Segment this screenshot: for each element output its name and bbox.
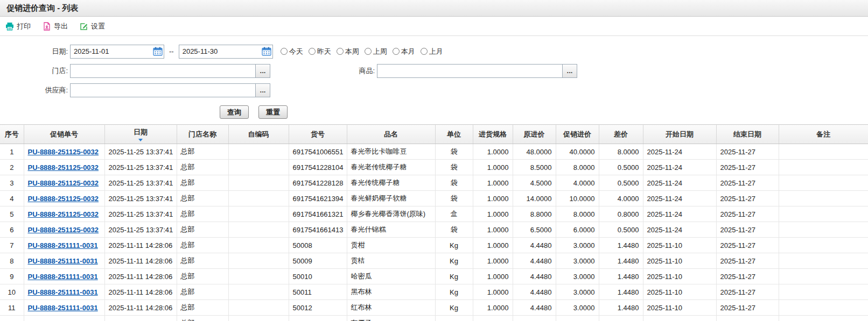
column-header-end-date[interactable]: 结束日期 xyxy=(716,125,779,144)
cell-remark xyxy=(779,284,868,300)
cell-end-date: 2025-11-27 xyxy=(716,206,779,222)
cell-self-code xyxy=(228,191,289,206)
order-number-link[interactable]: PU-8888-251125-0032 xyxy=(28,195,99,203)
order-number-link[interactable]: PU-8888-251125-0032 xyxy=(28,179,99,187)
column-header-remark[interactable]: 备注 xyxy=(779,125,868,144)
calendar-icon[interactable] xyxy=(153,47,163,58)
radio-button[interactable] xyxy=(281,48,288,55)
table-row: 3PU-8888-251125-00322025-11-25 13:37:41总… xyxy=(0,175,868,191)
date-to-input[interactable] xyxy=(179,45,273,59)
order-number-link[interactable]: PU-8888-251111-0031 xyxy=(28,241,98,249)
order-number-link[interactable]: PU-8888-251125-0032 xyxy=(28,210,99,218)
cell-self-code xyxy=(228,222,289,238)
cell-start-date: 2025-11-24 xyxy=(643,206,716,222)
table-row: 9PU-8888-251111-00312025-11-11 14:28:06总… xyxy=(0,269,868,284)
cell-product-name: 春光传统椰子糖 xyxy=(347,175,435,191)
order-number-link[interactable]: PU-8888-251104-0030 xyxy=(28,319,99,321)
column-header-promo-price[interactable]: 促销进价 xyxy=(556,125,599,144)
cell-start-date: 2025-11-10 xyxy=(643,253,716,269)
column-header-label: 品名 xyxy=(384,130,398,138)
column-header-product-name[interactable]: 品名 xyxy=(347,125,435,144)
product-input[interactable] xyxy=(377,64,563,78)
product-picker-button[interactable]: ... xyxy=(563,64,577,78)
column-header-item-no[interactable]: 货号 xyxy=(289,125,347,144)
cell-seq: 9 xyxy=(0,269,24,284)
cell-diff: 1.4480 xyxy=(599,238,643,253)
order-number-link[interactable]: PU-8888-251125-0032 xyxy=(28,148,99,156)
column-header-label: 差价 xyxy=(614,130,628,138)
quick-range-option[interactable]: 上周 xyxy=(365,47,387,56)
toolbar: 打印 导出 设置 xyxy=(0,17,868,36)
reset-button[interactable]: 重置 xyxy=(258,105,288,119)
column-header-order-no[interactable]: 促销单号 xyxy=(24,125,104,144)
cell-order-no: PU-8888-251104-0030 xyxy=(24,316,104,321)
page-title-bar: 促销进价查询 - 列表 xyxy=(0,0,868,17)
settings-button[interactable]: 设置 xyxy=(80,22,105,31)
order-number-link[interactable]: PU-8888-251111-0031 xyxy=(28,288,98,296)
cell-promo-price: 5.0000 xyxy=(556,316,599,321)
cell-diff: 1.4480 xyxy=(599,269,643,284)
column-header-unit[interactable]: 单位 xyxy=(435,125,473,144)
radio-button[interactable] xyxy=(365,48,372,55)
cell-store: 总部 xyxy=(177,269,228,284)
column-header-datetime[interactable]: 日期 xyxy=(104,125,177,144)
order-number-link[interactable]: PU-8888-251111-0031 xyxy=(28,304,98,312)
cell-order-no: PU-8888-251111-0031 xyxy=(24,253,104,269)
cell-self-code xyxy=(228,269,289,284)
search-button[interactable]: 查询 xyxy=(220,105,249,119)
column-header-self-code[interactable]: 自编码 xyxy=(228,125,289,144)
cell-order-no: PU-8888-251125-0032 xyxy=(24,160,104,175)
quick-range-option[interactable]: 上月 xyxy=(421,47,443,56)
column-header-diff[interactable]: 差价 xyxy=(599,125,643,144)
radio-button[interactable] xyxy=(393,48,400,55)
table-row: 12PU-8888-251104-00302025-11-04 16:06:12… xyxy=(0,316,868,321)
cell-datetime: 2025-11-11 14:28:06 xyxy=(104,238,177,253)
quick-range-option[interactable]: 本月 xyxy=(393,47,415,56)
cell-start-date: 2025-11-10 xyxy=(643,284,716,300)
column-header-orig-price[interactable]: 原进价 xyxy=(513,125,556,144)
supplier-input[interactable] xyxy=(70,83,256,97)
date-from-input[interactable] xyxy=(70,45,164,59)
cell-store: 总部 xyxy=(177,160,228,175)
quick-range-option[interactable]: 今天 xyxy=(281,47,303,56)
order-number-link[interactable]: PU-8888-251125-0032 xyxy=(28,226,99,234)
cell-item-no: 50010 xyxy=(289,269,347,284)
supplier-picker-button[interactable]: ... xyxy=(256,83,270,97)
cell-diff: 0.5000 xyxy=(599,222,643,238)
calendar-icon[interactable] xyxy=(262,47,271,58)
radio-button[interactable] xyxy=(309,48,316,55)
cell-order-no: PU-8888-251111-0031 xyxy=(24,300,104,316)
cell-store: 总部 xyxy=(177,144,228,160)
quick-range-option[interactable]: 本周 xyxy=(337,47,359,56)
order-number-link[interactable]: PU-8888-251111-0031 xyxy=(28,257,98,265)
cell-orig-price: 4.4480 xyxy=(513,253,556,269)
radio-button[interactable] xyxy=(337,48,344,55)
cell-spec: 1.0000 xyxy=(473,284,513,300)
cell-spec: 1.0000 xyxy=(473,300,513,316)
column-header-start-date[interactable]: 开始日期 xyxy=(643,125,716,144)
quick-range-option[interactable]: 昨天 xyxy=(309,47,331,56)
cell-end-date: 2025-11-27 xyxy=(716,222,779,238)
cell-product-name: 春光帝比卡咖啡豆 xyxy=(347,144,435,160)
cell-product-name: 贡桔 xyxy=(347,253,435,269)
column-header-seq[interactable]: 序号 xyxy=(0,125,24,144)
cell-datetime: 2025-11-11 14:28:06 xyxy=(104,284,177,300)
table-row: 8PU-8888-251111-00312025-11-11 14:28:06总… xyxy=(0,253,868,269)
cell-item-no: 50008 xyxy=(289,238,347,253)
cell-diff: 8.0000 xyxy=(599,144,643,160)
store-label: 门店: xyxy=(0,66,70,76)
store-input[interactable] xyxy=(70,64,256,78)
print-button[interactable]: 打印 xyxy=(5,22,31,31)
column-header-spec[interactable]: 进货规格 xyxy=(473,125,513,144)
cell-store: 总部 xyxy=(177,191,228,206)
cell-seq: 5 xyxy=(0,206,24,222)
order-number-link[interactable]: PU-8888-251125-0032 xyxy=(28,163,99,172)
column-header-store[interactable]: 门店名称 xyxy=(177,125,228,144)
cell-remark xyxy=(779,191,868,206)
export-button[interactable]: 导出 xyxy=(43,22,68,31)
column-header-label: 门店名称 xyxy=(188,130,216,138)
export-label: 导出 xyxy=(54,22,68,31)
store-picker-button[interactable]: ... xyxy=(256,64,270,78)
radio-button[interactable] xyxy=(421,48,428,55)
order-number-link[interactable]: PU-8888-251111-0031 xyxy=(28,273,98,281)
